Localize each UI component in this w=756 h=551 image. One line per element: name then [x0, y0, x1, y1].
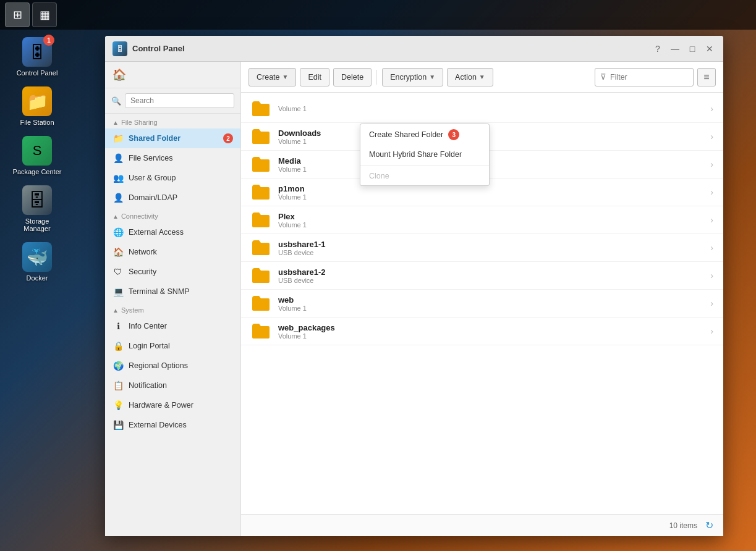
network-icon: 🏠	[113, 246, 124, 258]
package-center-icon[interactable]: S Package Center	[12, 136, 62, 175]
sidebar-item-network[interactable]: 🏠 Network	[105, 242, 240, 262]
expand-icon: ›	[710, 187, 713, 197]
docker-icon[interactable]: 🐳 Docker	[12, 242, 62, 282]
file-info: usbshare1-1 USB device	[278, 240, 710, 256]
delete-label: Delete	[341, 73, 363, 82]
file-sub: Volume 1	[278, 332, 710, 340]
file-services-icon: 👤	[113, 153, 124, 164]
sidebar-item-domain-ldap[interactable]: 👤 Domain/LDAP	[105, 188, 240, 208]
file-sub: Volume 1	[278, 166, 710, 173]
file-station-icon[interactable]: 📁 File Station	[12, 86, 62, 126]
taskbar-app-button[interactable]: ▦	[32, 2, 57, 27]
sidebar-search-container: 🔍	[105, 88, 240, 114]
folder-icon	[251, 210, 271, 230]
file-name: p1mon	[278, 184, 710, 193]
encryption-button[interactable]: Encryption ▼	[382, 68, 443, 86]
domain-ldap-icon: 👤	[113, 192, 124, 203]
file-station-label: File Station	[20, 119, 54, 126]
filter-input[interactable]	[610, 73, 684, 82]
sidebar-item-file-services[interactable]: 👤 File Services	[105, 148, 240, 168]
folder-icon	[251, 154, 271, 174]
sort-button[interactable]: ≡	[697, 68, 716, 86]
file-name: Plex	[278, 212, 710, 221]
delete-button[interactable]: Delete	[333, 68, 372, 86]
close-button[interactable]: ✕	[703, 43, 716, 55]
security-icon: 🛡	[113, 266, 124, 277]
file-name: usbshare1-1	[278, 240, 710, 249]
table-row[interactable]: usbshare1-1 USB device ›	[241, 234, 723, 262]
control-panel-badge: 1	[43, 35, 54, 46]
action-caret-icon: ▼	[479, 74, 485, 80]
help-button[interactable]: ?	[652, 43, 664, 55]
file-name: Downloads	[278, 128, 710, 138]
create-caret-icon: ▼	[282, 74, 289, 80]
sidebar-item-user-group-label: User & Group	[129, 174, 176, 182]
desktop-icons: 🎛 1 Control Panel 📁 File Station S Packa…	[12, 37, 62, 282]
create-button[interactable]: Create ▼	[248, 68, 296, 86]
search-input[interactable]	[125, 93, 234, 108]
expand-icon: ›	[710, 215, 713, 225]
file-info: usbshare1-2 USB device	[278, 267, 710, 284]
file-info: web Volume 1	[278, 295, 710, 312]
encryption-caret-icon: ▼	[429, 74, 435, 80]
filter-box: ⊽	[595, 68, 694, 86]
sidebar-home-button[interactable]: 🏠	[105, 62, 240, 88]
file-info: Downloads Volume 1	[278, 128, 710, 145]
table-row[interactable]: web_packages Volume 1 ›	[241, 318, 723, 345]
sidebar-item-shared-folder-label: Shared Folder	[129, 134, 181, 143]
control-panel-icon[interactable]: 🎛 1 Control Panel	[12, 37, 62, 77]
folder-icon	[251, 266, 271, 285]
sidebar-item-external-access[interactable]: 🌐 External Access	[105, 222, 240, 242]
table-row[interactable]: Plex Volume 1 ›	[241, 206, 723, 234]
table-row[interactable]: Volume 1 ›	[241, 95, 723, 123]
file-station-icon-glyph: 📁	[27, 91, 48, 112]
dropdown-create-shared-folder[interactable]: Create Shared Folder 3	[360, 124, 489, 145]
window-titlebar: 🎛 Control Panel ? — □ ✕	[105, 36, 723, 62]
create-label: Create	[257, 73, 280, 82]
control-panel-icon-glyph: 🎛	[28, 42, 46, 62]
sidebar-item-security[interactable]: 🛡 Security	[105, 262, 240, 282]
folder-icon	[251, 321, 271, 341]
section-file-sharing: ▲ File Sharing	[105, 114, 240, 128]
expand-icon: ›	[710, 159, 713, 169]
storage-manager-icon[interactable]: 🗄 Storage Manager	[12, 185, 62, 232]
taskbar-grid-button[interactable]: ⊞	[5, 2, 30, 27]
create-shared-folder-badge: 3	[448, 129, 459, 140]
file-sub: Volume 1	[278, 193, 710, 201]
file-info: Volume 1	[278, 105, 710, 112]
mount-hybrid-label: Mount Hybrid Share Folder	[369, 150, 462, 159]
sidebar-item-terminal-snmp[interactable]: 💻 Terminal & SNMP	[105, 282, 240, 301]
sidebar-item-external-devices[interactable]: 💾 External Devices	[105, 415, 240, 435]
window-title: Control Panel	[132, 44, 652, 53]
file-name: web_packages	[278, 323, 710, 332]
sidebar-item-notification-label: Notification	[129, 381, 167, 390]
regional-options-icon: 🌍	[113, 360, 124, 371]
file-info: p1mon Volume 1	[278, 184, 710, 201]
sidebar-item-login-portal[interactable]: 🔒 Login Portal	[105, 336, 240, 356]
sidebar-item-regional-options[interactable]: 🌍 Regional Options	[105, 356, 240, 376]
dropdown-mount-hybrid[interactable]: Mount Hybrid Share Folder	[360, 145, 489, 164]
home-icon: 🏠	[113, 68, 126, 82]
storage-manager-label: Storage Manager	[12, 217, 62, 232]
minimize-button[interactable]: —	[669, 43, 681, 55]
edit-button[interactable]: Edit	[300, 68, 329, 86]
main-content: Create ▼ Edit Delete Encryption ▼ Action…	[241, 62, 723, 536]
sidebar-item-info-center[interactable]: ℹ Info Center	[105, 316, 240, 336]
expand-icon: ›	[710, 271, 713, 280]
section-system-label: System	[121, 306, 144, 314]
action-button[interactable]: Action ▼	[447, 68, 493, 86]
maximize-button[interactable]: □	[686, 43, 699, 55]
refresh-button[interactable]: ↻	[702, 519, 716, 532]
table-row[interactable]: web Volume 1 ›	[241, 290, 723, 318]
sidebar-item-hardware-power[interactable]: 💡 Hardware & Power	[105, 395, 240, 415]
create-dropdown-menu: Create Shared Folder 3 Mount Hybrid Shar…	[360, 124, 490, 186]
sidebar-item-shared-folder[interactable]: 📁 Shared Folder 2	[105, 128, 240, 148]
sidebar: 🏠 🔍 ▲ File Sharing 📁 Shared Folder 2 👤 F…	[105, 62, 241, 536]
external-access-icon: 🌐	[113, 227, 124, 238]
file-name: web	[278, 295, 710, 305]
sidebar-item-user-group[interactable]: 👥 User & Group	[105, 168, 240, 188]
create-shared-folder-label: Create Shared Folder	[369, 130, 443, 139]
sidebar-item-notification[interactable]: 📋 Notification	[105, 376, 240, 395]
table-row[interactable]: usbshare1-2 USB device ›	[241, 262, 723, 290]
item-count: 10 items	[669, 521, 697, 530]
